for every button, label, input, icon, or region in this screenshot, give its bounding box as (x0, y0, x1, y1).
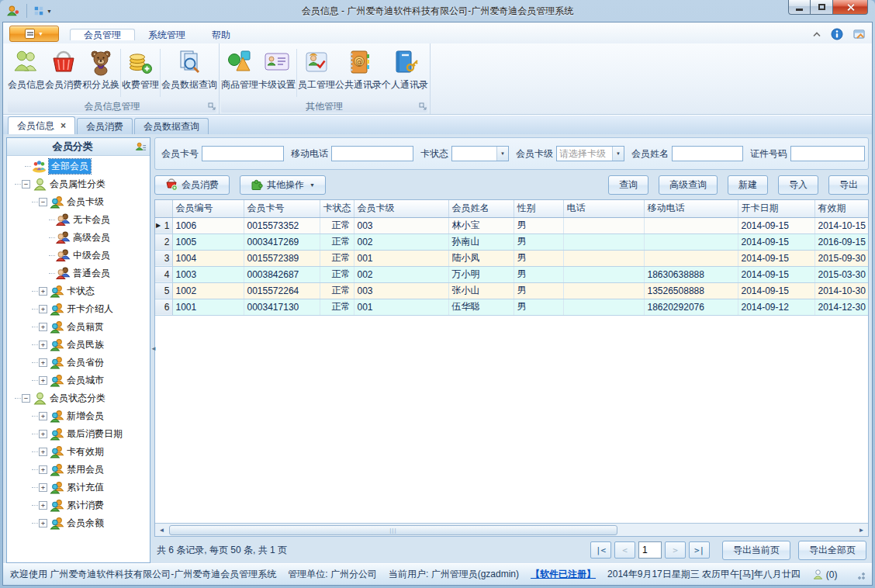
tree-expander-icon[interactable]: + (39, 287, 47, 296)
doc-tab-会员数据查询[interactable]: 会员数据查询 (134, 118, 209, 134)
column-header-会员编号[interactable]: 会员编号 (172, 200, 244, 217)
column-header-卡状态[interactable]: 卡状态 (320, 200, 354, 217)
tree-item-累计消费[interactable]: +累计消费 (7, 496, 150, 514)
tree-expander-icon[interactable]: + (39, 358, 47, 367)
action-button-查询[interactable]: 查询 (608, 175, 648, 195)
tree-expander-icon[interactable]: − (22, 394, 30, 403)
tree-expander-icon[interactable]: + (39, 465, 47, 474)
column-header-会员卡号[interactable]: 会员卡号 (244, 200, 320, 217)
category-manage-icon[interactable] (135, 141, 147, 153)
maximize-button[interactable] (811, 0, 832, 15)
horizontal-scrollbar[interactable]: ◄ ||| ► (155, 523, 868, 536)
ribbon-button-会员数据查询[interactable]: 会员数据查询 (161, 46, 217, 99)
tree-item-会员民族[interactable]: +会员民族 (7, 336, 150, 354)
ribbon-button-个人通讯录[interactable]: 个人通讯录 (382, 46, 428, 99)
scroll-right-icon[interactable]: ► (856, 527, 867, 534)
menu-tab-会员管理[interactable]: 会员管理 (70, 29, 135, 40)
tree-item-会员卡级[interactable]: −会员卡级 (7, 193, 150, 211)
column-header-移动电话[interactable]: 移动电话 (644, 200, 738, 217)
doc-tab-会员信息[interactable]: 会员信息× (8, 116, 75, 134)
tree-expander-icon[interactable]: + (39, 341, 47, 349)
page-nav-|<[interactable]: |< (590, 541, 611, 559)
tree-item-中级会员[interactable]: 中级会员 (7, 247, 150, 265)
tree-expander-icon[interactable]: + (39, 501, 47, 510)
tree-item-会员状态分类[interactable]: −会员状态分类 (7, 389, 150, 407)
search-input-会员卡号[interactable] (202, 146, 284, 161)
action-button-会员消费[interactable]: 会员消费 (154, 175, 230, 195)
tree-expander-icon[interactable]: + (39, 305, 47, 313)
splitter-collapse-icon[interactable]: ◄ (150, 345, 157, 352)
close-button[interactable] (832, 0, 868, 15)
tree-expander-icon[interactable]: + (39, 430, 47, 438)
menu-tab-帮助[interactable]: 帮助 (199, 29, 244, 40)
table-row[interactable]: 610010003417130正常001伍华聪男186202920762014-… (155, 299, 868, 315)
search-select-卡状态[interactable]: ▼ (451, 146, 509, 161)
column-header-开卡日期[interactable]: 开卡日期 (738, 200, 814, 217)
tree-item-累计充值[interactable]: +累计充值 (7, 479, 150, 496)
tree-item-全部会员[interactable]: 全部会员 (7, 157, 150, 175)
tree-item-会员城市[interactable]: +会员城市 (7, 372, 150, 389)
chevron-down-icon[interactable]: ▼ (612, 147, 624, 161)
tree-item-卡有效期[interactable]: +卡有效期 (7, 443, 150, 461)
search-input-证件号码[interactable] (790, 146, 865, 161)
application-menu-button[interactable]: ▼ (9, 26, 59, 42)
column-header-有效期[interactable]: 有效期 (814, 200, 868, 217)
search-input-移动电话[interactable] (331, 146, 413, 161)
page-nav->|[interactable]: >| (689, 541, 710, 559)
tree-item-会员省份[interactable]: +会员省份 (7, 354, 150, 372)
tree-expander-icon[interactable]: + (39, 412, 47, 420)
scroll-left-icon[interactable]: ◄ (156, 527, 168, 534)
chevron-down-icon[interactable]: ▼ (47, 9, 52, 14)
ribbon-collapse-icon[interactable] (812, 31, 821, 37)
chevron-down-icon[interactable]: ▼ (496, 147, 508, 161)
tree-item-高级会员[interactable]: 高级会员 (7, 229, 150, 247)
action-button-导出[interactable]: 导出 (828, 175, 869, 195)
quick-access-toolbar[interactable]: ▼ (26, 4, 52, 18)
table-row[interactable]: 310040015572389正常001陆小凤男2014-09-152015-0… (155, 250, 868, 266)
info-icon[interactable] (831, 28, 843, 40)
tree-item-最后消费日期[interactable]: +最后消费日期 (7, 425, 150, 443)
tree-item-卡状态[interactable]: +卡状态 (7, 282, 150, 300)
action-button-高级查询[interactable]: 高级查询 (659, 175, 718, 195)
tree-expander-icon[interactable]: − (39, 198, 47, 206)
table-row[interactable]: 1▶10060015573352正常003林小宝男2014-09-152014-… (155, 217, 868, 233)
doc-tab-会员消费[interactable]: 会员消费 (77, 118, 133, 134)
skin-style-icon[interactable] (853, 28, 866, 40)
table-row[interactable]: 410030003842687正常002万小明男186306388882014-… (155, 266, 868, 282)
tree-item-新增会员[interactable]: +新增会员 (7, 407, 150, 425)
column-header-selector[interactable] (155, 200, 172, 217)
column-header-电话[interactable]: 电话 (563, 200, 644, 217)
table-row[interactable]: 210050003417269正常002孙南山男2014-09-152016-0… (155, 233, 868, 250)
tree-item-会员余额[interactable]: +会员余额 (7, 514, 150, 532)
search-input-会员姓名[interactable] (672, 146, 743, 161)
tree-expander-icon[interactable]: + (39, 448, 47, 456)
tree-expander-icon[interactable]: − (22, 180, 30, 189)
page-number-input[interactable] (638, 541, 662, 559)
tree-item-普通会员[interactable]: 普通会员 (7, 265, 150, 282)
export-button-导出当前页[interactable]: 导出当前页 (722, 541, 790, 560)
dialog-launcher-icon[interactable] (208, 102, 216, 111)
ribbon-button-商品管理[interactable]: 商品管理 (221, 46, 258, 99)
tree-item-开卡介绍人[interactable]: +开卡介绍人 (7, 300, 150, 318)
scrollbar-thumb[interactable]: ||| (169, 525, 617, 535)
tab-close-icon[interactable]: × (61, 121, 66, 130)
tree-item-禁用会员[interactable]: +禁用会员 (7, 461, 150, 479)
tree-item-会员籍贯[interactable]: +会员籍贯 (7, 318, 150, 336)
table-row[interactable]: 510020015572264正常003张小山男135265088882014-… (155, 282, 868, 299)
column-header-会员姓名[interactable]: 会员姓名 (448, 200, 514, 217)
action-button-新建[interactable]: 新建 (728, 175, 768, 195)
action-button-其他操作[interactable]: 其他操作▼ (240, 175, 326, 195)
minimize-button[interactable] (788, 0, 811, 15)
license-link[interactable]: 【软件已注册】 (531, 568, 596, 581)
tree-item-无卡会员[interactable]: 无卡会员 (7, 211, 150, 229)
tree-expander-icon[interactable]: + (39, 376, 47, 385)
tree-expander-icon[interactable]: + (39, 323, 47, 331)
menu-tab-系统管理[interactable]: 系统管理 (135, 29, 199, 40)
export-button-导出全部页[interactable]: 导出全部页 (798, 541, 866, 560)
ribbon-button-会员消费[interactable]: 会员消费 (45, 46, 82, 99)
resize-grip[interactable] (856, 570, 865, 579)
ribbon-button-公共通讯录[interactable]: @公共通讯录 (335, 46, 382, 99)
dialog-launcher-icon[interactable] (419, 102, 427, 111)
tree-item-会员属性分类[interactable]: −会员属性分类 (7, 175, 150, 193)
ribbon-button-收费管理[interactable]: 收费管理 (122, 46, 159, 99)
